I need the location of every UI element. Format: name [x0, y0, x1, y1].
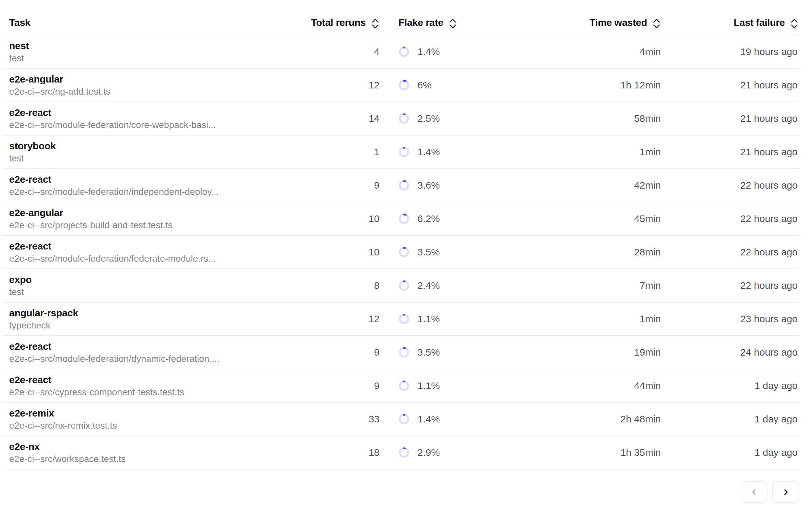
- chevrons-up-down-icon: [652, 18, 661, 29]
- flake-donut-icon: [398, 180, 410, 191]
- flake-donut-icon: [398, 146, 410, 157]
- last-failure-cell: 1 day ago: [661, 369, 799, 402]
- column-header-time-wasted[interactable]: Time wasted: [556, 0, 661, 35]
- task-name: e2e-react: [9, 241, 51, 251]
- last-failure-value: 24 hours ago: [740, 347, 797, 358]
- chevrons-up-down-icon: [449, 18, 457, 29]
- total-reruns-cell: 10: [308, 236, 380, 268]
- table-row[interactable]: expo test 8 2.4% 7min 22 hours ago: [3, 269, 799, 303]
- task-cell: e2e-angular e2e-ci--src/projects-build-a…: [3, 202, 308, 235]
- prev-page-button[interactable]: [741, 482, 767, 503]
- total-reruns-cell: 12: [308, 303, 380, 335]
- table-row[interactable]: e2e-react e2e-ci--src/cypress-component-…: [3, 369, 799, 403]
- total-reruns-value: 4: [374, 46, 380, 57]
- flake-donut-icon: [398, 380, 410, 391]
- total-reruns-value: 10: [369, 213, 380, 224]
- last-failure-value: 1 day ago: [754, 414, 797, 425]
- table-row[interactable]: nest test 4 1.4% 4min 19 hours ago: [3, 35, 799, 69]
- time-wasted-value: 1min: [640, 313, 661, 324]
- flake-rate-cell: 3.5%: [380, 236, 556, 268]
- flake-rate-value: 1.1%: [417, 380, 440, 391]
- task-target: typecheck: [9, 321, 50, 330]
- task-name: e2e-nx: [9, 442, 39, 451]
- table-row[interactable]: storybook test 1 1.4% 1min 21 hours ago: [3, 135, 799, 169]
- total-reruns-cell: 8: [308, 269, 380, 302]
- task-name: e2e-angular: [9, 208, 63, 218]
- task-name: e2e-react: [9, 108, 51, 118]
- last-failure-value: 21 hours ago: [740, 113, 797, 124]
- task-cell: e2e-react e2e-ci--src/module-federation/…: [3, 336, 308, 369]
- task-cell: angular-rspack typecheck: [3, 303, 308, 335]
- last-failure-value: 22 hours ago: [740, 213, 797, 224]
- table-row[interactable]: e2e-angular e2e-ci--src/projects-build-a…: [3, 202, 799, 236]
- last-failure-cell: 22 hours ago: [661, 169, 799, 202]
- time-wasted-cell: 1min: [556, 135, 661, 168]
- table-row[interactable]: e2e-react e2e-ci--src/module-federation/…: [3, 236, 799, 269]
- flake-rate-value: 6%: [417, 80, 431, 91]
- total-reruns-value: 9: [374, 347, 380, 358]
- time-wasted-value: 2h 48min: [621, 414, 661, 425]
- time-wasted-cell: 1h 35min: [556, 436, 661, 469]
- task-target: e2e-ci--src/module-federation/federate-m…: [9, 254, 216, 263]
- total-reruns-cell: 4: [308, 35, 380, 68]
- task-name: storybook: [9, 141, 56, 151]
- table-row[interactable]: e2e-react e2e-ci--src/module-federation/…: [3, 169, 799, 202]
- task-cell: expo test: [3, 269, 308, 302]
- task-target: e2e-ci--src/module-federation/core-webpa…: [9, 121, 216, 130]
- flake-rate-value: 3.6%: [417, 180, 440, 191]
- flake-rate-cell: 1.1%: [380, 369, 556, 402]
- total-reruns-value: 9: [374, 180, 380, 191]
- column-label: Total reruns: [311, 17, 366, 28]
- last-failure-cell: 21 hours ago: [661, 102, 799, 135]
- total-reruns-cell: 14: [308, 102, 380, 135]
- time-wasted-cell: 58min: [556, 102, 661, 135]
- table-row[interactable]: e2e-react e2e-ci--src/module-federation/…: [3, 336, 799, 369]
- flake-rate-value: 2.4%: [417, 280, 440, 291]
- total-reruns-cell: 9: [308, 369, 380, 402]
- table-row[interactable]: e2e-angular e2e-ci--src/ng-add.test.ts 1…: [3, 69, 799, 102]
- column-header-last-failure[interactable]: Last failure: [661, 0, 799, 35]
- task-name: nest: [9, 41, 29, 51]
- chevron-left-icon: [750, 488, 759, 497]
- flake-rate-cell: 3.5%: [380, 336, 556, 369]
- time-wasted-cell: 1h 12min: [556, 69, 661, 102]
- task-target: e2e-ci--src/workspace.test.ts: [9, 454, 125, 464]
- task-name: e2e-react: [9, 341, 51, 352]
- total-reruns-value: 10: [369, 246, 380, 258]
- last-failure-value: 21 hours ago: [740, 146, 797, 157]
- task-target: e2e-ci--src/module-federation/dynamic-fe…: [9, 354, 220, 363]
- last-failure-cell: 21 hours ago: [661, 69, 799, 102]
- last-failure-value: 22 hours ago: [740, 280, 797, 291]
- flake-donut-icon: [398, 414, 410, 425]
- time-wasted-cell: 2h 48min: [556, 403, 661, 436]
- task-name: e2e-react: [9, 175, 51, 184]
- total-reruns-cell: 33: [308, 403, 380, 436]
- column-header-total-reruns[interactable]: Total reruns: [308, 0, 380, 35]
- time-wasted-value: 4min: [640, 46, 661, 57]
- chevrons-up-down-icon: [790, 18, 799, 29]
- last-failure-value: 22 hours ago: [740, 180, 797, 191]
- flaky-tasks-table: Task Total reruns Flake rate Time wasted…: [3, 0, 799, 470]
- table-row[interactable]: e2e-react e2e-ci--src/module-federation/…: [3, 102, 799, 135]
- flake-rate-value: 3.5%: [417, 246, 440, 258]
- total-reruns-value: 9: [374, 380, 380, 391]
- task-cell: e2e-react e2e-ci--src/module-federation/…: [3, 102, 308, 135]
- time-wasted-value: 42min: [634, 180, 661, 191]
- task-target: test: [9, 154, 24, 163]
- total-reruns-value: 14: [369, 113, 380, 124]
- time-wasted-value: 1min: [640, 146, 661, 157]
- last-failure-cell: 23 hours ago: [661, 303, 799, 335]
- table-row[interactable]: e2e-remix e2e-ci--src/nx-remix.test.ts 3…: [3, 403, 799, 436]
- time-wasted-value: 58min: [634, 113, 661, 124]
- task-target: e2e-ci--src/cypress-component-tests.test…: [9, 388, 184, 397]
- flake-donut-icon: [398, 313, 410, 324]
- task-name: e2e-angular: [9, 74, 63, 84]
- next-page-button[interactable]: [773, 482, 799, 503]
- flake-rate-cell: 1.4%: [380, 403, 556, 436]
- task-target: e2e-ci--src/projects-build-and-test.test…: [9, 221, 173, 230]
- table-row[interactable]: e2e-nx e2e-ci--src/workspace.test.ts 18 …: [3, 436, 799, 470]
- table-row[interactable]: angular-rspack typecheck 12 1.1% 1min 23…: [3, 303, 799, 336]
- column-header-flake-rate[interactable]: Flake rate: [380, 0, 556, 35]
- time-wasted-cell: 1min: [556, 303, 661, 335]
- task-cell: e2e-react e2e-ci--src/module-federation/…: [3, 169, 308, 202]
